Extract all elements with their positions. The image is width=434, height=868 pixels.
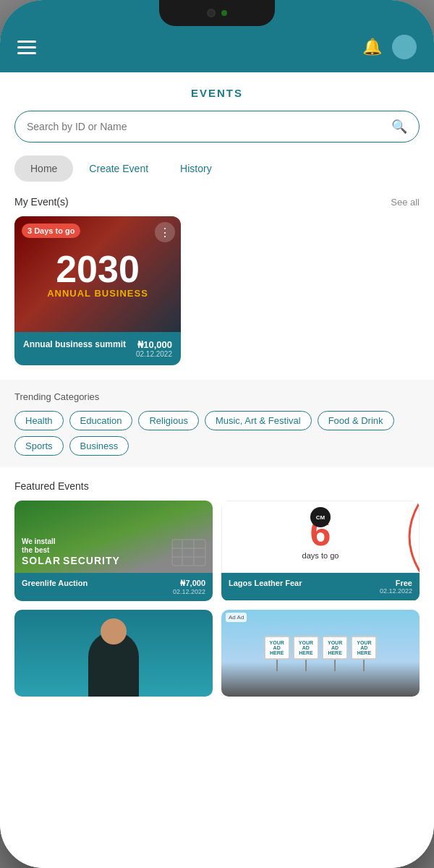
event-card-footer: Annual business summit ₦10,000 02.12.202… bbox=[14, 332, 181, 365]
leather-name: Lagos Leather Fear bbox=[229, 579, 302, 587]
billboard-ad-card: YOURADHERE YOURADHERE YOURADHERE bbox=[221, 610, 420, 697]
see-all-button[interactable]: See all bbox=[391, 197, 420, 208]
leather-card[interactable]: CM 6 days to go Lagos Leather Fear bbox=[221, 501, 420, 601]
tab-history[interactable]: History bbox=[164, 156, 228, 182]
tab-create-event[interactable]: Create Event bbox=[73, 156, 164, 182]
notch-camera bbox=[207, 9, 216, 17]
greenlife-date: 02.12.2022 bbox=[173, 588, 205, 595]
category-education[interactable]: Education bbox=[69, 411, 133, 430]
leather-logo: CM bbox=[310, 507, 331, 527]
days-badge: 3 Days to go bbox=[22, 224, 80, 238]
header-right: 🔔 bbox=[362, 35, 417, 59]
billboard-4: YOURADHERE bbox=[351, 636, 377, 671]
billboard-1: YOURADHERE bbox=[264, 636, 290, 671]
category-religious[interactable]: Religious bbox=[138, 411, 198, 430]
category-tags: Health Education Religious Music, Art & … bbox=[14, 411, 420, 456]
phone-frame: 🔔 EVENTS 🔍 Home Create Event History My … bbox=[0, 0, 434, 868]
ad-label: Ad Ad bbox=[226, 613, 247, 622]
main-content: EVENTS 🔍 Home Create Event History My Ev… bbox=[0, 72, 434, 868]
event-price: ₦10,000 bbox=[136, 339, 172, 350]
person-head bbox=[101, 618, 127, 644]
event-year: 2030 bbox=[56, 250, 140, 288]
greenlife-price: ₦7,000 bbox=[173, 579, 205, 588]
my-events-label: My Event(s) bbox=[14, 196, 69, 208]
event-price-block: ₦10,000 02.12.2022 bbox=[136, 339, 172, 358]
search-bar: 🔍 bbox=[14, 111, 420, 142]
person-image bbox=[14, 610, 213, 697]
leather-footer: Lagos Leather Fear Free 02.12.2022 bbox=[221, 573, 420, 600]
bottom-ads-grid: YOURADHERE YOURADHERE YOURADHERE bbox=[14, 610, 420, 697]
featured-grid: We install the best SOLAR SECURITY bbox=[14, 501, 420, 601]
trending-categories-section: Trending Categories Health Education Rel… bbox=[0, 380, 434, 467]
category-food[interactable]: Food & Drink bbox=[318, 411, 394, 430]
avatar[interactable] bbox=[392, 35, 417, 59]
svg-rect-0 bbox=[172, 540, 205, 566]
greenlife-footer: Greenlife Auction ₦7,000 02.12.2022 bbox=[14, 573, 213, 601]
tab-bar: Home Create Event History bbox=[14, 156, 420, 182]
event-subtitle: ANNUAL BUSINESS bbox=[47, 288, 148, 299]
notch bbox=[159, 0, 275, 26]
menu-icon[interactable] bbox=[17, 41, 36, 54]
person-ad-card bbox=[14, 610, 213, 697]
category-music[interactable]: Music, Art & Festival bbox=[205, 411, 312, 430]
bell-icon[interactable]: 🔔 bbox=[362, 38, 382, 56]
search-icon[interactable]: 🔍 bbox=[391, 119, 407, 135]
leather-image: CM 6 days to go bbox=[221, 501, 420, 573]
days-label: days to go bbox=[302, 551, 339, 560]
category-health[interactable]: Health bbox=[14, 411, 64, 430]
greenlife-image: We install the best SOLAR SECURITY bbox=[14, 501, 213, 573]
my-events-header: My Event(s) See all bbox=[14, 196, 420, 208]
more-options-button[interactable]: ⋮ bbox=[155, 222, 175, 242]
category-sports[interactable]: Sports bbox=[14, 436, 64, 456]
billboard-image: YOURADHERE YOURADHERE YOURADHERE bbox=[221, 610, 420, 697]
tab-home[interactable]: Home bbox=[14, 156, 73, 182]
phone-screen: 🔔 EVENTS 🔍 Home Create Event History My … bbox=[0, 0, 434, 868]
search-input[interactable] bbox=[27, 121, 391, 132]
billboard-3: YOURADHERE bbox=[322, 636, 348, 671]
trending-title: Trending Categories bbox=[14, 391, 420, 402]
featured-title: Featured Events bbox=[14, 480, 420, 492]
billboard-2: YOURADHERE bbox=[293, 636, 319, 671]
person-silhouette bbox=[88, 631, 139, 697]
event-name: Annual business summit bbox=[23, 339, 126, 351]
page-title: EVENTS bbox=[14, 87, 420, 99]
leather-date: 02.12.2022 bbox=[380, 587, 412, 595]
billboard-group: YOURADHERE YOURADHERE YOURADHERE bbox=[264, 636, 378, 671]
leather-price: Free bbox=[380, 579, 412, 587]
category-business[interactable]: Business bbox=[69, 436, 129, 456]
event-date: 02.12.2022 bbox=[136, 350, 172, 358]
greenlife-name: Greenlife Auction bbox=[22, 579, 88, 587]
notch-dot bbox=[221, 10, 227, 16]
event-card-image: 3 Days to go ⋮ 2030 ANNUAL BUSINESS bbox=[14, 216, 181, 332]
featured-event-card: 3 Days to go ⋮ 2030 ANNUAL BUSINESS Annu… bbox=[14, 216, 181, 365]
greenlife-card[interactable]: We install the best SOLAR SECURITY bbox=[14, 501, 213, 601]
